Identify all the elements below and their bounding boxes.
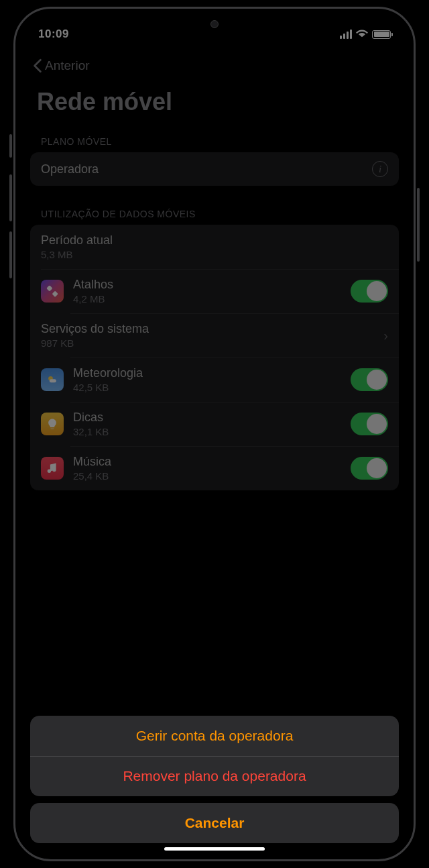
action-sheet: Gerir conta da operadora Remover plano d… — [30, 716, 399, 843]
home-indicator[interactable] — [164, 847, 265, 851]
remove-carrier-plan-button[interactable]: Remover plano da operadora — [30, 756, 399, 796]
cancel-button[interactable]: Cancelar — [30, 803, 399, 843]
notch — [158, 11, 271, 32]
front-camera — [210, 20, 219, 28]
manage-carrier-button[interactable]: Gerir conta da operadora — [30, 716, 399, 756]
